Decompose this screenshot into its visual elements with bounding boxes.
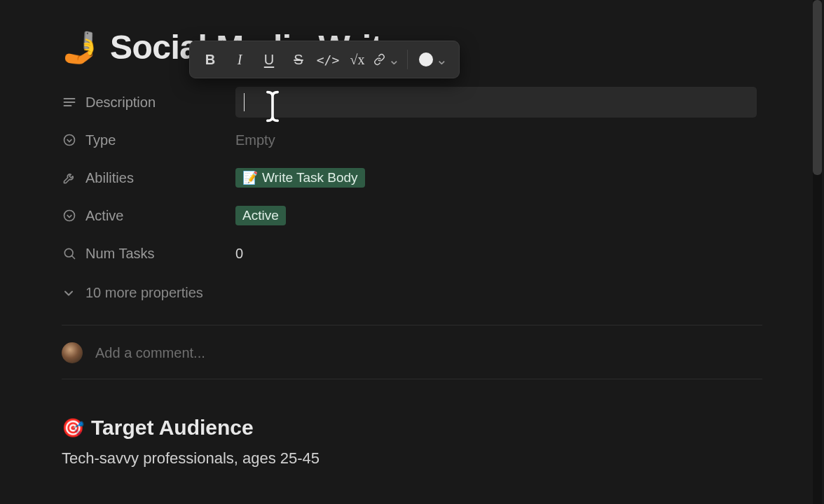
equation-button[interactable]: √x — [344, 46, 371, 73]
chevron-down-icon — [62, 286, 76, 300]
ability-tag[interactable]: 📝 Write Task Body — [235, 168, 365, 188]
property-value-active[interactable]: Active — [235, 206, 762, 225]
svg-line-6 — [72, 256, 75, 259]
wrench-icon — [62, 170, 77, 186]
select-icon — [62, 132, 77, 148]
property-label-abilities[interactable]: Abilities — [62, 170, 235, 186]
property-label-description[interactable]: Description — [62, 94, 235, 111]
property-value-description — [235, 87, 762, 118]
property-row-numtasks: Num Tasks 0 — [62, 237, 762, 270]
active-tag-text: Active — [242, 208, 279, 223]
numtasks-value: 0 — [235, 246, 243, 262]
search-icon — [62, 246, 77, 261]
empty-placeholder: Empty — [235, 132, 275, 148]
comment-placeholder: Add a comment... — [95, 345, 205, 361]
ability-tag-text: Write Task Body — [262, 170, 358, 186]
svg-point-3 — [64, 135, 75, 146]
italic-button[interactable]: I — [226, 46, 253, 73]
property-label-numtasks[interactable]: Num Tasks — [62, 246, 235, 262]
body-paragraph[interactable]: Tech-savvy professionals, ages 25-45 — [62, 449, 762, 468]
divider — [62, 325, 762, 326]
toolbar-separator — [407, 50, 408, 69]
color-swatch — [419, 52, 433, 66]
body-heading-text: Target Audience — [91, 416, 254, 440]
svg-point-4 — [64, 211, 75, 221]
chevron-down-icon: ⌄ — [436, 51, 448, 68]
property-row-active: Active Active — [62, 200, 762, 232]
bold-button[interactable]: B — [197, 46, 224, 73]
property-value-type[interactable]: Empty — [235, 132, 762, 148]
property-row-abilities: Abilities 📝 Write Task Body — [62, 162, 762, 194]
property-value-numtasks[interactable]: 0 — [235, 246, 762, 262]
avatar — [62, 342, 83, 363]
link-button[interactable]: ⌄ — [373, 46, 400, 73]
select-icon — [62, 208, 77, 223]
comment-row[interactable]: Add a comment... — [62, 338, 762, 379]
divider — [62, 379, 762, 379]
property-label-text: Type — [85, 132, 116, 148]
property-label-text: Num Tasks — [85, 246, 155, 262]
property-label-active[interactable]: Active — [62, 208, 235, 224]
strikethrough-button[interactable]: S — [285, 46, 312, 73]
chevron-down-icon: ⌄ — [388, 51, 400, 68]
description-input[interactable] — [235, 87, 757, 118]
more-properties-toggle[interactable]: 10 more properties — [62, 285, 762, 301]
property-label-text: Description — [85, 94, 156, 111]
text-caret — [244, 93, 245, 111]
property-value-abilities[interactable]: 📝 Write Task Body — [235, 168, 762, 188]
memo-icon: 📝 — [242, 170, 258, 186]
underline-button[interactable]: U — [256, 46, 282, 73]
property-row-type: Type Empty — [62, 124, 762, 156]
body-heading[interactable]: 🎯 Target Audience — [62, 416, 762, 440]
code-button[interactable]: </> — [315, 46, 341, 73]
property-row-description: Description — [62, 86, 762, 118]
properties-list: Description Type Empty — [62, 86, 762, 301]
property-label-text: Abilities — [85, 170, 134, 186]
property-label-text: Active — [85, 208, 123, 224]
formatting-toolbar: B I U S </> √x ⌄ ⌄ — [189, 41, 460, 78]
active-tag[interactable]: Active — [235, 206, 286, 225]
page-emoji[interactable]: 🤳 — [62, 32, 100, 63]
text-color-button[interactable]: ⌄ — [415, 46, 452, 73]
scrollbar-thumb[interactable] — [813, 0, 822, 175]
page-body[interactable]: 🎯 Target Audience Tech-savvy professiona… — [62, 416, 762, 468]
property-label-type[interactable]: Type — [62, 132, 235, 148]
target-icon: 🎯 — [62, 417, 84, 439]
more-properties-label: 10 more properties — [85, 285, 203, 301]
lines-icon — [62, 94, 77, 110]
